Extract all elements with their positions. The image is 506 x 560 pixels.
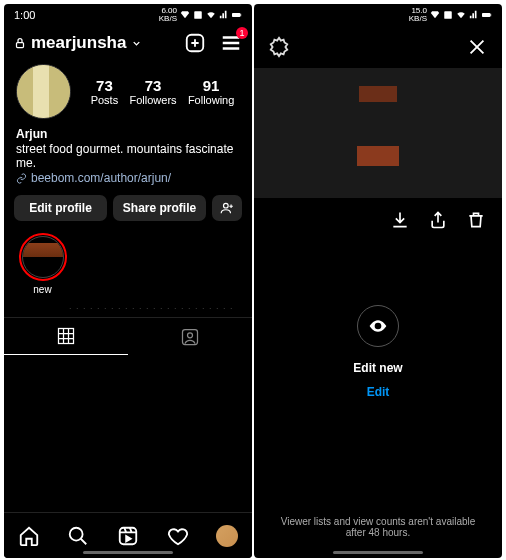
download-icon[interactable] [390,210,410,230]
followers-label: Followers [129,94,176,106]
svg-rect-0 [194,11,202,19]
stat-following[interactable]: 91 Following [188,77,234,106]
reels-icon[interactable] [117,525,139,547]
svg-rect-6 [59,329,74,344]
svg-rect-7 [183,329,198,344]
followers-count: 73 [129,77,176,94]
battery-icon [482,10,492,20]
tagged-icon [180,327,200,347]
edit-title: Edit new [353,361,402,375]
following-count: 91 [188,77,234,94]
add-person-icon [220,201,234,215]
highlight-label: new [16,284,69,295]
footer-note: Viewer lists and view counts aren't avai… [254,516,502,538]
eye-heart-icon [368,316,388,336]
svg-rect-3 [17,43,24,48]
battery-icon [232,10,242,20]
username-text: mearjunsha [31,33,126,53]
trash-icon[interactable] [466,210,486,230]
views-button[interactable] [357,305,399,347]
profile-avatar[interactable] [16,64,71,119]
svg-rect-13 [490,14,491,17]
profile-bio: Arjun street food gourmet. mountains fas… [4,127,252,195]
svg-rect-2 [240,14,241,17]
nav-handle [333,551,423,554]
home-icon[interactable] [18,525,40,547]
svg-rect-10 [120,527,137,544]
net-speed: 6.00 KB/S [159,7,177,23]
status-bar: 1:00 6.00 KB/S [4,4,252,26]
username-dropdown[interactable]: mearjunsha [14,33,176,53]
close-icon[interactable] [466,36,488,58]
svg-rect-12 [482,13,490,17]
search-icon[interactable] [67,525,89,547]
bio-link-text: beebom.com/author/arjun/ [31,171,171,185]
posts-label: Posts [91,94,119,106]
image-icon [443,10,453,20]
profile-stats: 73 Posts 73 Followers 91 Following [85,77,240,106]
profile-tabs [4,317,252,355]
posts-count: 73 [91,77,119,94]
bio-text: street food gourmet. mountains fascinate… [16,142,240,170]
profile-header: mearjunsha 1 [4,26,252,60]
highlight-content [254,68,502,198]
nav-handle [83,551,173,554]
share-icon[interactable] [428,210,448,230]
bio-link[interactable]: beebom.com/author/arjun/ [16,171,240,185]
highlights-row: new [4,233,252,303]
svg-rect-11 [444,11,452,19]
vowifi-icon [430,10,440,20]
wifi-icon [206,10,216,20]
svg-point-5 [224,203,229,208]
edit-link[interactable]: Edit [367,385,390,399]
net-speed: 15.0 KB/S [409,7,427,23]
redacted-bar-1 [359,86,397,102]
settings-icon[interactable] [268,36,290,58]
signal-icon [469,10,479,20]
image-icon [193,10,203,20]
grid-icon [56,326,76,346]
left-phone: 1:00 6.00 KB/S mearjunsha 1 73 [4,4,252,558]
signal-icon [219,10,229,20]
nav-profile-avatar[interactable] [216,525,238,547]
discover-people-button[interactable] [212,195,242,221]
status-bar: 15.0 KB/S [254,4,502,26]
stat-followers[interactable]: 73 Followers [129,77,176,106]
tagged-tab[interactable] [128,318,252,355]
stat-posts[interactable]: 73 Posts [91,77,119,106]
highlight-center: Edit new Edit [254,242,502,462]
menu-badge: 1 [236,27,248,39]
chevron-down-icon [131,38,142,49]
faded-text: · · · · · · · · · · · · · · · · · · · · … [4,303,252,317]
create-icon[interactable] [184,32,206,54]
share-profile-button[interactable]: Share profile [113,195,206,221]
wifi-icon [456,10,466,20]
link-icon [16,173,27,184]
highlight-item[interactable]: new [16,233,69,295]
heart-icon[interactable] [167,525,189,547]
svg-point-8 [188,332,193,337]
right-phone: 15.0 KB/S Edit new Edit Viewer lists and… [254,4,502,558]
status-time: 1:00 [14,9,35,21]
svg-point-9 [70,527,83,540]
vowifi-icon [180,10,190,20]
bio-name: Arjun [16,127,240,141]
bottom-nav [4,512,252,558]
status-right: 6.00 KB/S [159,7,242,23]
status-right: 15.0 KB/S [409,7,492,23]
highlight-header [254,26,502,68]
profile-row: 73 Posts 73 Followers 91 Following [4,60,252,127]
svg-rect-1 [232,13,240,17]
profile-buttons: Edit profile Share profile [4,195,252,221]
lock-icon [14,36,26,50]
following-label: Following [188,94,234,106]
redacted-bar-2 [357,146,399,166]
highlight-actions [254,198,502,242]
edit-profile-button[interactable]: Edit profile [14,195,107,221]
grid-tab[interactable] [4,318,128,355]
